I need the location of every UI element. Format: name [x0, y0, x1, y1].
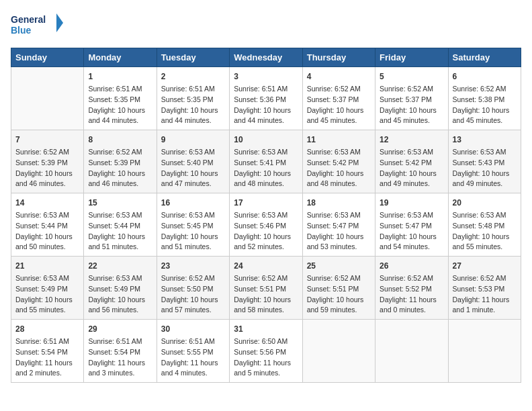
day-info: Sunset: 5:36 PM — [234, 95, 298, 105]
weekday-header: Friday — [375, 48, 448, 67]
day-info: and 50 minutes. — [15, 242, 79, 253]
calendar-cell: 2Sunrise: 6:51 AMSunset: 5:35 PMDaylight… — [157, 67, 229, 130]
day-info: Sunset: 5:38 PM — [453, 95, 517, 105]
day-info: and 46 minutes. — [15, 179, 79, 189]
day-info: Sunset: 5:46 PM — [234, 221, 298, 232]
day-info: Sunset: 5:44 PM — [15, 221, 79, 232]
weekday-header: Saturday — [448, 48, 521, 67]
day-info: and 2 minutes. — [15, 368, 79, 379]
day-info: Sunrise: 6:53 AM — [307, 210, 371, 221]
weekday-header: Wednesday — [230, 48, 302, 67]
day-info: Sunset: 5:54 PM — [15, 347, 79, 358]
day-info: Daylight: 10 hours — [161, 232, 225, 242]
day-info: Sunset: 5:39 PM — [15, 158, 79, 169]
weekday-header: Sunday — [11, 48, 84, 67]
calendar-cell: 7Sunrise: 6:52 AMSunset: 5:39 PMDaylight… — [11, 130, 84, 193]
day-info: and 57 minutes. — [161, 305, 225, 316]
day-info: and 45 minutes. — [380, 116, 443, 126]
day-info: Sunset: 5:44 PM — [88, 221, 152, 232]
day-info: Sunrise: 6:52 AM — [234, 273, 298, 284]
day-info: Sunset: 5:37 PM — [380, 95, 443, 105]
calendar-week-row: 28Sunrise: 6:51 AMSunset: 5:54 PMDayligh… — [11, 320, 521, 383]
calendar-cell: 1Sunrise: 6:51 AMSunset: 5:35 PMDaylight… — [84, 67, 157, 130]
page-header: General Blue — [11, 11, 521, 41]
day-info: Sunset: 5:52 PM — [380, 284, 443, 295]
calendar-cell: 17Sunrise: 6:53 AMSunset: 5:46 PMDayligh… — [230, 193, 302, 257]
day-info: and 3 minutes. — [88, 368, 152, 379]
weekday-header: Tuesday — [157, 48, 229, 67]
day-number: 5 — [380, 71, 443, 83]
calendar-cell: 8Sunrise: 6:52 AMSunset: 5:39 PMDaylight… — [84, 130, 157, 193]
day-info: Sunset: 5:35 PM — [161, 95, 225, 105]
day-info: Daylight: 10 hours — [453, 232, 517, 242]
day-number: 20 — [453, 197, 517, 209]
calendar-cell — [375, 320, 448, 383]
day-info: Sunset: 5:51 PM — [234, 284, 298, 295]
day-info: Daylight: 10 hours — [88, 105, 152, 116]
day-info: and 45 minutes. — [307, 116, 371, 126]
day-info: and 55 minutes. — [15, 305, 79, 316]
day-info: Sunset: 5:42 PM — [307, 158, 371, 169]
calendar-cell: 27Sunrise: 6:52 AMSunset: 5:53 PMDayligh… — [448, 257, 521, 320]
calendar-cell: 22Sunrise: 6:53 AMSunset: 5:49 PMDayligh… — [84, 257, 157, 320]
day-info: Daylight: 10 hours — [234, 105, 298, 116]
day-info: Sunset: 5:45 PM — [161, 221, 225, 232]
day-info: and 59 minutes. — [307, 305, 371, 316]
day-info: Daylight: 10 hours — [234, 232, 298, 242]
calendar-cell: 13Sunrise: 6:53 AMSunset: 5:43 PMDayligh… — [448, 130, 521, 193]
calendar-table: SundayMondayTuesdayWednesdayThursdayFrid… — [11, 48, 521, 383]
calendar-week-row: 21Sunrise: 6:53 AMSunset: 5:49 PMDayligh… — [11, 257, 521, 320]
day-info: and 46 minutes. — [88, 179, 152, 189]
day-info: Sunset: 5:41 PM — [234, 158, 298, 169]
day-info: Daylight: 10 hours — [307, 295, 371, 306]
day-info: and 53 minutes. — [307, 242, 371, 253]
day-number: 6 — [453, 71, 517, 83]
day-info: Daylight: 10 hours — [380, 105, 443, 116]
calendar-cell: 6Sunrise: 6:52 AMSunset: 5:38 PMDaylight… — [448, 67, 521, 130]
day-info: Sunrise: 6:51 AM — [15, 336, 79, 347]
day-number: 18 — [307, 197, 371, 209]
day-info: Sunset: 5:35 PM — [88, 95, 152, 105]
day-info: Sunrise: 6:53 AM — [161, 210, 225, 221]
day-number: 12 — [380, 134, 443, 146]
day-number: 19 — [380, 197, 443, 209]
day-info: and 47 minutes. — [161, 179, 225, 189]
day-info: and 51 minutes. — [161, 242, 225, 253]
day-info: Sunrise: 6:51 AM — [161, 84, 225, 95]
day-info: Sunset: 5:54 PM — [88, 347, 152, 358]
day-info: and 44 minutes. — [161, 116, 225, 126]
calendar-body: 1Sunrise: 6:51 AMSunset: 5:35 PMDaylight… — [11, 67, 521, 383]
calendar-cell: 5Sunrise: 6:52 AMSunset: 5:37 PMDaylight… — [375, 67, 448, 130]
day-info: and 45 minutes. — [453, 116, 517, 126]
day-info: Sunrise: 6:53 AM — [88, 210, 152, 221]
day-info: Daylight: 11 hours — [380, 295, 443, 306]
day-info: and 55 minutes. — [453, 242, 517, 253]
day-info: Daylight: 10 hours — [15, 169, 79, 179]
day-info: and 49 minutes. — [380, 179, 443, 189]
day-number: 11 — [307, 134, 371, 146]
day-info: Daylight: 10 hours — [453, 169, 517, 179]
day-info: and 56 minutes. — [88, 305, 152, 316]
day-info: Daylight: 10 hours — [161, 295, 225, 306]
day-info: Sunrise: 6:53 AM — [380, 147, 443, 158]
day-number: 23 — [161, 260, 225, 272]
day-number: 27 — [453, 260, 517, 272]
calendar-week-row: 7Sunrise: 6:52 AMSunset: 5:39 PMDaylight… — [11, 130, 521, 193]
day-info: Daylight: 11 hours — [234, 358, 298, 369]
calendar-cell: 20Sunrise: 6:53 AMSunset: 5:48 PMDayligh… — [448, 193, 521, 257]
svg-text:Blue: Blue — [11, 25, 32, 36]
day-number: 9 — [161, 134, 225, 146]
day-info: Sunrise: 6:52 AM — [15, 147, 79, 158]
day-number: 13 — [453, 134, 517, 146]
day-info: Daylight: 11 hours — [453, 295, 517, 306]
day-info: Sunrise: 6:53 AM — [15, 210, 79, 221]
calendar-header: SundayMondayTuesdayWednesdayThursdayFrid… — [11, 48, 521, 67]
day-info: and 4 minutes. — [161, 368, 225, 379]
day-info: Daylight: 10 hours — [453, 105, 517, 116]
day-number: 26 — [380, 260, 443, 272]
day-number: 22 — [88, 260, 152, 272]
calendar-cell: 10Sunrise: 6:53 AMSunset: 5:41 PMDayligh… — [230, 130, 302, 193]
day-info: Daylight: 10 hours — [88, 232, 152, 242]
calendar-cell: 14Sunrise: 6:53 AMSunset: 5:44 PMDayligh… — [11, 193, 84, 257]
day-number: 31 — [234, 323, 298, 335]
